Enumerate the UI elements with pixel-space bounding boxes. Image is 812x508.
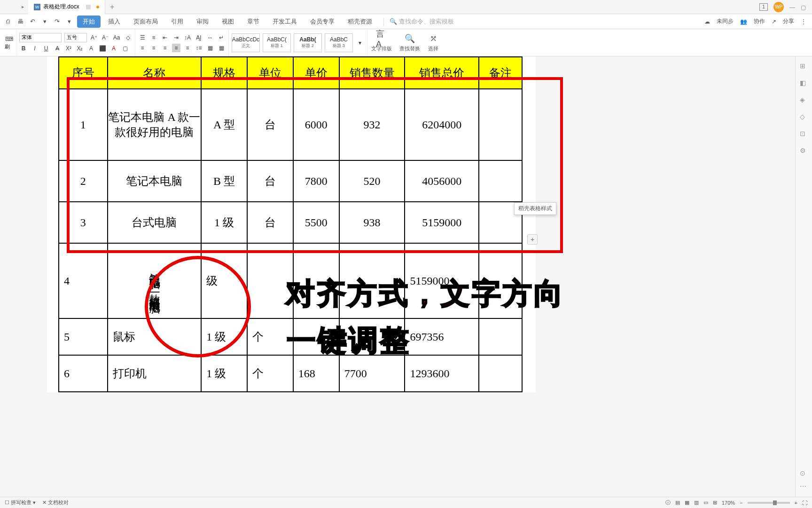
align-justify-icon[interactable]: ≡ <box>172 44 180 52</box>
underline-button[interactable]: U <box>42 44 50 53</box>
style-heading2[interactable]: AaBb( 标题 2 <box>294 33 322 52</box>
rail-icon[interactable]: ⊞ <box>800 62 808 71</box>
tab-section[interactable]: 章节 <box>242 16 265 28</box>
cell-name[interactable]: 笔记本电脑 A 款一款很好用的电脑 <box>108 89 201 160</box>
cell-name[interactable]: 打印机 <box>108 355 201 392</box>
cell-index[interactable]: 5 <box>59 318 108 355</box>
cell-spec[interactable]: B 型 <box>201 160 247 202</box>
style-normal[interactable]: AaBbCcDc 正文 <box>232 33 260 52</box>
cell-unit[interactable]: 个 <box>247 355 293 392</box>
find-replace-button[interactable]: 🔍 查找替换 <box>396 33 424 52</box>
table-row[interactable]: 1 笔记本电脑 A 款一款很好用的电脑 A 型 台 6000 932 62040… <box>59 89 522 160</box>
window-count-badge[interactable]: 1 <box>759 3 768 11</box>
cell-unit[interactable]: 台 <box>247 202 293 243</box>
shading-icon[interactable]: ▦ <box>206 44 214 52</box>
superscript-button[interactable]: X² <box>64 44 73 53</box>
cell-note[interactable] <box>479 243 522 318</box>
clear-format-icon[interactable]: ◇ <box>124 33 132 42</box>
data-table[interactable]: 序号 名称 规格 单位 单价 销售数量 销售总价 备注 1 笔记本电脑 A 款一… <box>58 56 523 392</box>
cell-unit[interactable] <box>247 243 293 318</box>
table-row[interactable]: 4 笔记本电脑 A 款一款很好用的电脑 级 5159000 <box>59 243 522 318</box>
font-color-button[interactable]: A <box>109 44 118 53</box>
cell-spec[interactable]: 级 <box>201 243 247 318</box>
cell-qty[interactable]: 938 <box>339 202 405 243</box>
cell-name[interactable]: 鼠标 <box>108 318 201 355</box>
increase-indent-icon[interactable]: ⇥ <box>172 33 180 42</box>
document-tab[interactable]: W 表格处理.docx <box>28 0 105 14</box>
tab-devtools[interactable]: 开发工具 <box>267 16 303 28</box>
cell-spec[interactable]: 1 级 <box>201 202 247 243</box>
cell-spec[interactable]: 1 级 <box>201 318 247 355</box>
styles-more-icon[interactable]: ▾ <box>356 39 364 47</box>
cell-name[interactable]: 台式电脑 <box>108 202 201 243</box>
cell-index[interactable]: 4 <box>59 243 108 318</box>
strikethrough-button[interactable]: A̶ <box>53 44 62 53</box>
cell-name[interactable]: 笔记本电脑 <box>108 160 201 202</box>
bullet-list-icon[interactable]: ☰ <box>138 33 147 42</box>
rail-icon[interactable]: ⊙ <box>800 469 808 478</box>
view-page-icon[interactable]: ▤ <box>675 500 680 506</box>
tab-member[interactable]: 会员专享 <box>304 16 340 28</box>
cell-unit[interactable]: 台 <box>247 160 293 202</box>
spellcheck-toggle[interactable]: ☐ 拼写检查 ▾ <box>5 499 36 506</box>
rail-icon[interactable]: ⚙ <box>800 147 808 155</box>
align-right-icon[interactable]: ≡ <box>161 44 169 52</box>
zoom-value[interactable]: 170% <box>722 500 735 506</box>
subscript-button[interactable]: X₂ <box>76 44 84 53</box>
font-size-select[interactable]: 五号 <box>64 33 87 42</box>
user-avatar[interactable]: WP <box>773 2 784 12</box>
cell-spec[interactable]: A 型 <box>201 89 247 160</box>
cell-total[interactable]: 697356 <box>405 318 479 355</box>
number-list-icon[interactable]: ≡ <box>149 33 158 42</box>
rail-icon[interactable]: ⋯ <box>800 483 808 491</box>
highlight-button[interactable]: ⬛ <box>98 44 107 53</box>
tab-pagelayout[interactable]: 页面布局 <box>128 16 164 28</box>
cell-price[interactable] <box>293 243 339 318</box>
cell-index[interactable]: 3 <box>59 202 108 243</box>
cell-note[interactable] <box>479 89 522 160</box>
cell-note[interactable] <box>479 160 522 202</box>
align-distribute2-icon[interactable]: ≡ <box>183 44 192 52</box>
chevron-right-icon[interactable]: ▸ <box>22 4 24 10</box>
cell-qty[interactable]: 7700 <box>339 355 405 392</box>
change-case-icon[interactable]: Aa <box>112 33 121 42</box>
readmode-icon[interactable]: ⓘ <box>665 499 671 506</box>
sort-icon[interactable]: ĄĮ <box>195 33 203 42</box>
view-layout-icon[interactable]: ▦ <box>685 500 689 506</box>
align-left-icon[interactable]: ≡ <box>138 44 147 52</box>
table-row[interactable]: 6 打印机 1 级 个 168 7700 1293600 <box>59 355 522 392</box>
cell-price[interactable] <box>293 318 339 355</box>
align-distribute-icon[interactable]: ↔ <box>206 33 214 42</box>
align-center-icon[interactable]: ≡ <box>149 44 158 52</box>
cell-qty[interactable] <box>339 318 405 355</box>
cell-total[interactable]: 1293600 <box>405 355 479 392</box>
cell-total[interactable]: 5159000 <box>405 202 479 243</box>
tab-reference[interactable]: 引用 <box>165 16 189 28</box>
cell-qty[interactable]: 932 <box>339 89 405 160</box>
tab-review[interactable]: 审阅 <box>191 16 214 28</box>
minimize-button[interactable]: — <box>789 4 795 10</box>
cell-qty[interactable] <box>339 243 405 318</box>
increase-font-icon[interactable]: A⁺ <box>90 33 98 42</box>
tab-insert[interactable]: 插入 <box>102 16 126 28</box>
command-search[interactable]: 🔍 查找命令、搜索模板 <box>383 17 454 26</box>
add-tab-button[interactable]: + <box>105 3 119 11</box>
cell-note[interactable] <box>479 318 522 355</box>
bold-button[interactable]: B <box>19 44 28 53</box>
select-button[interactable]: ⤱ 选择 <box>424 33 443 52</box>
cell-qty[interactable]: 520 <box>339 160 405 202</box>
tab-resources[interactable]: 稻壳资源 <box>342 16 378 28</box>
style-heading1[interactable]: AaBbC( 标题 1 <box>263 33 291 52</box>
more-icon[interactable]: ⋮ <box>801 18 806 25</box>
cell-index[interactable]: 6 <box>59 355 108 392</box>
cell-price[interactable]: 168 <box>293 355 339 392</box>
redo-icon[interactable]: ↷ <box>53 17 61 26</box>
share-icon[interactable]: ↗ <box>772 18 776 25</box>
table-row[interactable]: 2 笔记本电脑 B 型 台 7800 520 4056000 <box>59 160 522 202</box>
rail-icon[interactable]: ◧ <box>800 79 808 87</box>
save-icon[interactable]: ⎙ <box>4 17 12 26</box>
cell-price[interactable]: 7800 <box>293 160 339 202</box>
decrease-font-icon[interactable]: A⁻ <box>101 33 109 42</box>
view-outline-icon[interactable]: ▥ <box>694 500 699 506</box>
cell-unit[interactable]: 台 <box>247 89 293 160</box>
